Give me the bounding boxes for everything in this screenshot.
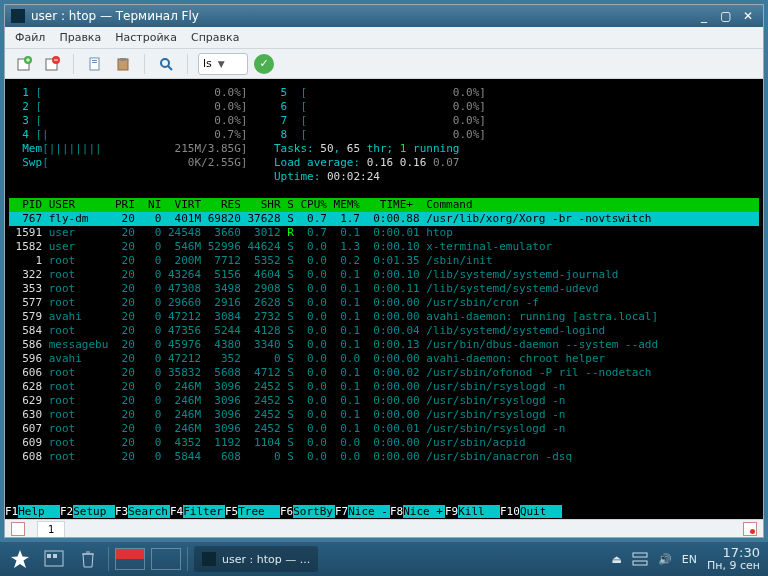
close-button[interactable]: ✕ xyxy=(739,9,757,23)
copy-button[interactable] xyxy=(84,53,106,75)
trash-button[interactable] xyxy=(74,546,102,572)
menu-settings[interactable]: Настройка xyxy=(115,31,177,44)
svg-rect-8 xyxy=(120,58,126,61)
network-icon[interactable] xyxy=(632,552,648,566)
svg-rect-13 xyxy=(633,561,647,565)
search-button[interactable] xyxy=(155,53,177,75)
file-manager-button[interactable] xyxy=(40,546,68,572)
chevron-down-icon: ▼ xyxy=(218,59,225,69)
terminal-icon xyxy=(202,552,216,566)
new-tab-button[interactable] xyxy=(13,53,35,75)
usb-icon[interactable]: ⏏ xyxy=(611,553,621,566)
clock[interactable]: 17:30 Пн, 9 сен xyxy=(707,546,762,572)
svg-rect-10 xyxy=(45,551,63,566)
svg-rect-5 xyxy=(92,60,97,61)
menubar: Файл Правка Настройка Справка xyxy=(5,27,763,49)
status-led-icon xyxy=(11,522,25,536)
taskbar-task-htop[interactable]: user : htop — ... xyxy=(194,546,318,572)
paste-button[interactable] xyxy=(112,53,134,75)
workspace-pager-2[interactable] xyxy=(151,548,181,570)
task-label: user : htop — ... xyxy=(222,553,310,566)
terminal-icon xyxy=(11,9,25,23)
clock-date: Пн, 9 сен xyxy=(707,559,760,572)
run-button[interactable]: ✓ xyxy=(254,54,274,74)
command-combo-value: ls xyxy=(203,57,212,70)
taskbar: user : htop — ... ⏏ 🔊 EN 17:30 Пн, 9 сен xyxy=(0,542,768,576)
close-tab-button[interactable] xyxy=(41,53,63,75)
svg-rect-14 xyxy=(633,553,647,557)
menu-file[interactable]: Файл xyxy=(15,31,45,44)
workspace-pager-1[interactable] xyxy=(115,548,145,570)
svg-point-9 xyxy=(161,59,169,67)
svg-rect-12 xyxy=(53,554,57,558)
titlebar[interactable]: user : htop — Терминал Fly _ ▢ ✕ xyxy=(5,5,763,27)
command-combo[interactable]: ls▼ xyxy=(198,53,248,75)
maximize-button[interactable]: ▢ xyxy=(717,9,735,23)
terminal-tab-1[interactable]: 1 xyxy=(37,521,65,537)
volume-icon[interactable]: 🔊 xyxy=(658,553,672,566)
terminal-output[interactable]: 1 [ 0.0%] 5 [ 0.0%] 2 [ 0.0%] 6 [ 0.0%] … xyxy=(5,79,763,519)
terminal-window: user : htop — Терминал Fly _ ▢ ✕ Файл Пр… xyxy=(4,4,764,538)
window-title: user : htop — Терминал Fly xyxy=(31,9,199,23)
language-indicator[interactable]: EN xyxy=(682,553,697,566)
clock-time: 17:30 xyxy=(707,546,760,559)
svg-rect-11 xyxy=(47,554,51,558)
menu-edit[interactable]: Правка xyxy=(59,31,101,44)
statusbar: 1 xyxy=(5,519,763,537)
svg-rect-6 xyxy=(92,62,97,63)
status-led-right-icon xyxy=(743,522,757,536)
svg-rect-4 xyxy=(90,58,99,70)
menu-help[interactable]: Справка xyxy=(191,31,239,44)
toolbar: ls▼ ✓ xyxy=(5,49,763,79)
minimize-button[interactable]: _ xyxy=(695,9,713,23)
start-button[interactable] xyxy=(6,546,34,572)
